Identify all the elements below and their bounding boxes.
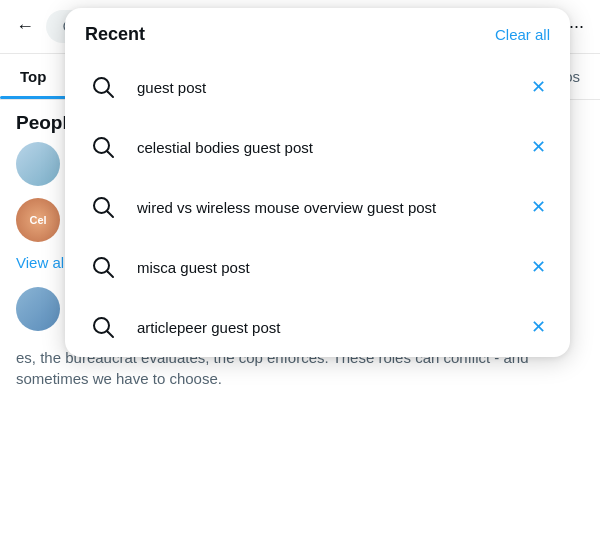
back-button[interactable]: ← [16,16,34,37]
recent-search-text-4: misca guest post [137,259,511,276]
remove-search-3[interactable]: ✕ [527,192,550,222]
recent-search-text-3: wired vs wireless mouse overview guest p… [137,199,511,216]
svg-line-7 [108,212,114,218]
search-icon-4 [85,249,121,285]
svg-line-3 [108,92,114,98]
search-dropdown: Recent Clear all guest post ✕ celestial … [65,8,570,357]
svg-line-5 [108,152,114,158]
svg-point-2 [94,78,109,93]
tab-top[interactable]: Top [0,54,66,99]
remove-search-2[interactable]: ✕ [527,132,550,162]
recent-search-text-5: articlepeer guest post [137,319,511,336]
avatar-2: Cel [16,198,60,242]
remove-search-4[interactable]: ✕ [527,252,550,282]
avatar-1 [16,142,60,186]
svg-point-10 [94,318,109,333]
dropdown-header: Recent Clear all [65,8,570,57]
recent-search-text-1: guest post [137,79,511,96]
svg-point-8 [94,258,109,273]
recent-search-4[interactable]: misca guest post ✕ [65,237,570,297]
remove-search-5[interactable]: ✕ [527,312,550,342]
search-icon-5 [85,309,121,345]
remove-search-1[interactable]: ✕ [527,72,550,102]
svg-line-9 [108,272,114,278]
clear-all-button[interactable]: Clear all [495,26,550,43]
more-button[interactable]: ··· [569,16,584,37]
recent-search-1[interactable]: guest post ✕ [65,57,570,117]
recent-search-text-2: celestial bodies guest post [137,139,511,156]
svg-point-4 [94,138,109,153]
svg-line-11 [108,332,114,338]
search-icon-1 [85,69,121,105]
avatar-3 [16,287,60,331]
dropdown-title: Recent [85,24,145,45]
search-icon-3 [85,189,121,225]
search-icon-2 [85,129,121,165]
svg-point-6 [94,198,109,213]
recent-search-5[interactable]: articlepeer guest post ✕ [65,297,570,357]
recent-search-3[interactable]: wired vs wireless mouse overview guest p… [65,177,570,237]
recent-search-2[interactable]: celestial bodies guest post ✕ [65,117,570,177]
